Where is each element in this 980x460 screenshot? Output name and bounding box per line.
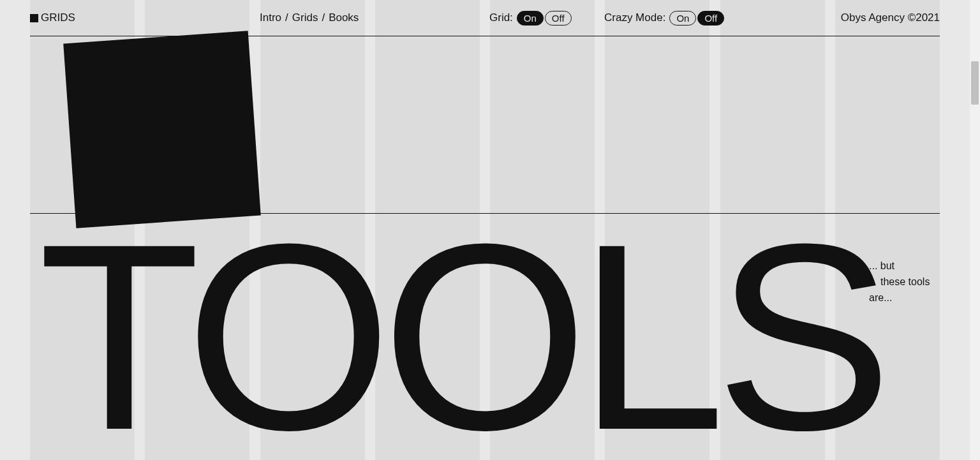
hero-title: TOOLS [38,204,882,460]
crazy-toggle-pills: On Off [669,11,724,26]
aside-line-2: these tools [869,274,939,290]
grid-toggle-group: Grid: On Off [489,11,572,26]
grid-on-button[interactable]: On [517,11,544,26]
logo-text: GRIDS [41,11,75,24]
nav-separator: / [322,11,325,24]
nav-books[interactable]: Books [329,11,359,24]
grid-toggle-label: Grid: [489,11,513,24]
nav-grids[interactable]: Grids [292,11,318,24]
hero-aside-text: ... but these tools are... [869,258,939,306]
main-nav: Intro / Grids / Books [260,11,359,24]
scrollbar-thumb[interactable] [971,61,979,105]
aside-line-1: ... but [869,260,895,271]
grid-toggle-pills: On Off [517,11,572,26]
crazy-off-button[interactable]: Off [697,11,724,26]
page: GRIDS Intro / Grids / Books Grid: On Off… [0,0,980,460]
crazy-toggle-group: Crazy Mode: On Off [604,11,724,26]
header: GRIDS Intro / Grids / Books Grid: On Off… [30,0,940,36]
grid-off-button[interactable]: Off [545,11,572,26]
credit-text: Obys Agency ©2021 [841,11,940,24]
crazy-on-button[interactable]: On [669,11,696,26]
vertical-scrollbar[interactable] [970,0,980,460]
nav-separator: / [285,11,288,24]
aside-line-3: are... [869,292,892,303]
nav-intro[interactable]: Intro [260,11,281,24]
crazy-toggle-label: Crazy Mode: [604,11,665,24]
logo-square-icon [30,14,38,22]
logo[interactable]: GRIDS [30,11,75,24]
